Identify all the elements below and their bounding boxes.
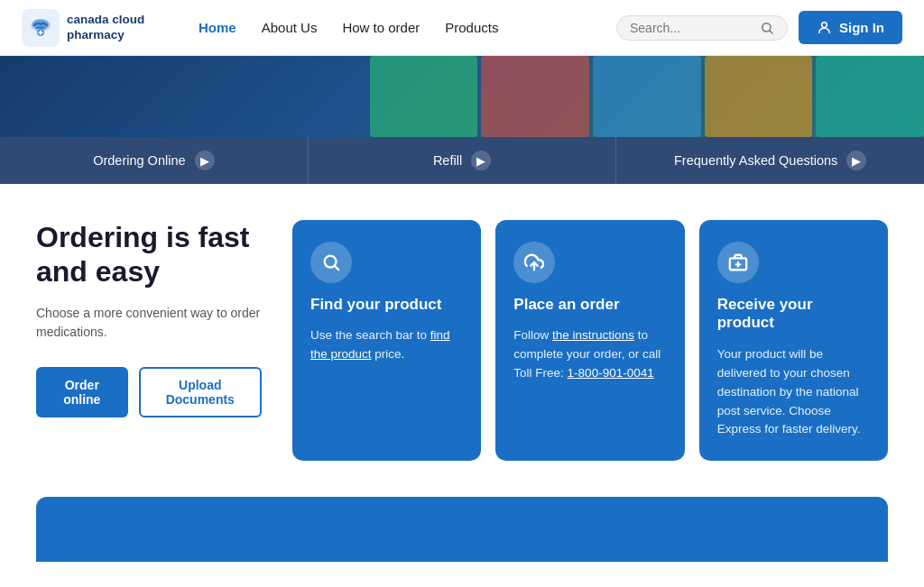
box-card-icon (728, 252, 748, 272)
place-order-icon (513, 242, 555, 283)
logo[interactable]: canada cloud pharmacy (22, 9, 166, 47)
hero-banner (0, 56, 924, 137)
search-icon (760, 21, 774, 35)
card1-body: Use the search bar to find the product p… (310, 326, 463, 364)
faq-arrow-icon: ▶ (846, 151, 866, 170)
quick-link-faq[interactable]: Frequently Asked Questions ▶ (616, 137, 924, 184)
search-input[interactable] (630, 21, 754, 35)
receive-product-icon (717, 242, 759, 283)
sign-in-button[interactable]: Sign In (799, 11, 902, 44)
svg-line-5 (770, 31, 772, 33)
instructions-link[interactable]: the instructions (552, 328, 634, 342)
upload-card-icon (524, 252, 544, 272)
search-box[interactable] (616, 15, 788, 41)
card3-title: Receive your product (717, 296, 870, 333)
svg-point-6 (822, 23, 827, 28)
user-icon (817, 20, 832, 35)
quick-link-ordering[interactable]: Ordering Online ▶ (0, 137, 309, 184)
search-card-icon (321, 252, 341, 272)
find-product-icon (310, 242, 352, 283)
quick-link-refill[interactable]: Refill ▶ (309, 137, 617, 184)
main-section: Ordering is fast and easy Choose a more … (0, 184, 924, 497)
nav-products[interactable]: Products (445, 20, 498, 35)
card2-body: Follow the instructions to complete your… (513, 326, 666, 383)
hero-heading: Ordering is fast and easy (36, 220, 262, 289)
navbar: canada cloud pharmacy Home About Us How … (0, 0, 924, 56)
hero-buttons: Order online Upload Documents (36, 367, 262, 417)
cards-area: Find your product Use the search bar to … (292, 220, 888, 461)
ordering-arrow-icon: ▶ (195, 151, 215, 170)
quick-link-ordering-label: Ordering Online (93, 153, 185, 168)
nav-home[interactable]: Home (199, 20, 236, 35)
card3-body: Your product will be delivered to your c… (717, 345, 870, 440)
hero-text-area: Ordering is fast and easy Choose a more … (36, 220, 271, 417)
find-product-link[interactable]: find the product (310, 328, 450, 361)
refill-arrow-icon: ▶ (471, 151, 491, 170)
bottom-blue-section (36, 497, 888, 562)
quick-links-bar: Ordering Online ▶ Refill ▶ Frequently As… (0, 137, 924, 184)
svg-line-8 (335, 266, 338, 270)
hero-decoration (370, 56, 924, 137)
card1-title: Find your product (310, 296, 463, 314)
logo-icon (22, 9, 60, 47)
upload-documents-button[interactable]: Upload Documents (139, 367, 262, 417)
card2-title: Place an order (513, 296, 666, 314)
card-receive-product: Receive your product Your product will b… (699, 220, 888, 461)
card-place-order: Place an order Follow the instructions t… (495, 220, 684, 461)
hero-subtext: Choose a more convenient way to order me… (36, 304, 262, 342)
sign-in-label: Sign In (839, 20, 884, 35)
quick-link-faq-label: Frequently Asked Questions (674, 153, 837, 168)
nav-how-to-order[interactable]: How to order (342, 20, 420, 35)
quick-link-refill-label: Refill (433, 153, 462, 168)
nav-about[interactable]: About Us (262, 20, 318, 35)
card-find-product: Find your product Use the search bar to … (292, 220, 481, 461)
nav-links: Home About Us How to order Products (199, 20, 616, 35)
phone-link[interactable]: 1-800-901-0041 (568, 366, 654, 380)
order-online-button[interactable]: Order online (36, 367, 128, 417)
logo-text: canada cloud pharmacy (67, 13, 166, 41)
